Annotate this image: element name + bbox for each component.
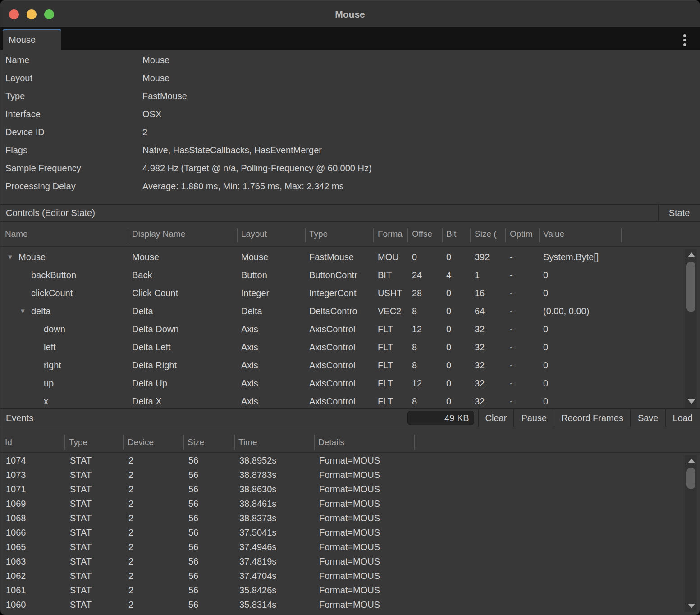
event-cell-device: 2 (123, 554, 183, 569)
event-row[interactable]: 1073STAT25638.8783sFormat=MOUS (0, 468, 682, 482)
control-cell-layout: Axis (237, 374, 305, 392)
control-cell-format: FLT (373, 356, 407, 374)
control-name-cell: left (0, 338, 128, 356)
event-row[interactable]: 1063STAT25637.4819sFormat=MOUS (0, 554, 682, 569)
controls-scrollbar[interactable] (685, 249, 697, 408)
column-header-offse[interactable]: Offse (407, 222, 442, 246)
save-button[interactable]: Save (630, 409, 665, 427)
scroll-up-icon[interactable] (688, 252, 695, 257)
control-cell-layout: Delta (237, 302, 305, 320)
scrollbar-thumb[interactable] (686, 262, 695, 312)
column-header-forma[interactable]: Forma (373, 222, 407, 246)
control-cell-layout: Axis (237, 356, 305, 374)
column-header-spacer[interactable] (621, 222, 700, 246)
event-cell-size: 56 (183, 583, 234, 597)
event-row[interactable]: 1074STAT25638.8952sFormat=MOUS (0, 453, 682, 468)
control-row[interactable]: downDelta DownAxisAxisControlFLT12032-0 (0, 320, 682, 338)
event-cell-id: 1071 (0, 482, 64, 496)
column-header-optim[interactable]: Optim (505, 222, 539, 246)
property-label: Processing Delay (5, 177, 76, 195)
control-cell-format: VEC2 (373, 302, 407, 320)
column-header-size-[interactable]: Size ( (470, 222, 505, 246)
event-cell-time: 38.8630s (234, 482, 314, 496)
event-cell-type: STAT (64, 496, 123, 511)
load-button[interactable]: Load (665, 409, 700, 427)
property-label: Type (5, 87, 25, 105)
control-cell-type: AxisControl (305, 374, 373, 392)
state-button[interactable]: State (658, 205, 700, 221)
column-header-layout[interactable]: Layout (237, 222, 305, 246)
control-cell-value: 0 (539, 356, 621, 374)
event-cell-device: 2 (123, 496, 183, 511)
foldout-arrow-icon[interactable]: ▼ (19, 302, 31, 320)
event-cell-type: STAT (64, 468, 123, 482)
clear-button[interactable]: Clear (478, 409, 514, 427)
column-header-spacer[interactable] (414, 427, 682, 452)
column-header-bit[interactable]: Bit (442, 222, 470, 246)
column-header-device[interactable]: Device (123, 427, 183, 452)
record-frames-button[interactable]: Record Frames (554, 409, 630, 427)
property-row: LayoutMouse (0, 69, 700, 87)
control-row[interactable]: clickCountClick CountIntegerIntegerContU… (0, 284, 682, 302)
scroll-down-icon[interactable] (688, 604, 695, 608)
control-cell-bit: 0 (442, 356, 470, 374)
control-row[interactable]: xDelta XAxisAxisControlFLT8032-0 (0, 392, 682, 408)
events-scrollbar[interactable] (685, 455, 697, 612)
property-row: FlagsNative, HasStateCallbacks, HasEvent… (0, 141, 700, 159)
property-row: InterfaceOSX (0, 105, 700, 123)
control-cell-value: 0 (539, 338, 621, 356)
property-value: OSX (142, 105, 161, 123)
control-row[interactable]: ▼deltaDeltaDeltaDeltaControVEC28064-(0.0… (0, 302, 682, 320)
event-cell-details: Format=MOUS (314, 468, 414, 482)
scrollbar-thumb[interactable] (686, 468, 695, 489)
event-buffer-size-field[interactable]: 49 KB (407, 411, 474, 425)
control-cell-optimized: - (505, 284, 539, 302)
control-name-label: up (44, 374, 54, 392)
event-cell-time: 37.4704s (234, 569, 314, 583)
control-cell-size: 32 (470, 392, 505, 408)
control-row[interactable]: leftDelta LeftAxisAxisControlFLT8032-0 (0, 338, 682, 356)
event-row[interactable]: 1065STAT25637.4946sFormat=MOUS (0, 540, 682, 554)
control-row[interactable]: rightDelta RightAxisAxisControlFLT8032-0 (0, 356, 682, 374)
event-row[interactable]: 1068STAT25638.8373sFormat=MOUS (0, 511, 682, 525)
control-cell-display: Delta (128, 302, 237, 320)
pause-button[interactable]: Pause (513, 409, 554, 427)
event-row[interactable]: 1066STAT25637.5041sFormat=MOUS (0, 525, 682, 540)
event-row[interactable]: 1060STAT25635.8314sFormat=MOUS (0, 597, 682, 612)
control-cell-layout: Axis (237, 338, 305, 356)
event-cell-id: 1065 (0, 540, 64, 554)
event-row[interactable]: 1062STAT25637.4704sFormat=MOUS (0, 569, 682, 583)
foldout-arrow-icon[interactable]: ▼ (7, 248, 18, 266)
scroll-down-icon[interactable] (688, 399, 695, 404)
column-header-name[interactable]: Name (0, 222, 128, 246)
event-row[interactable]: 1071STAT25638.8630sFormat=MOUS (0, 482, 682, 496)
control-row[interactable]: ▼MouseMouseMouseFastMouseMOU00392-System… (0, 248, 682, 266)
control-cell-optimized: - (505, 266, 539, 284)
column-header-display-name[interactable]: Display Name (128, 222, 237, 246)
column-header-value[interactable]: Value (539, 222, 621, 246)
column-header-time[interactable]: Time (234, 427, 314, 452)
column-header-type[interactable]: Type (64, 427, 123, 452)
event-row[interactable]: 1069STAT25638.8461sFormat=MOUS (0, 496, 682, 511)
kebab-menu-icon[interactable] (682, 33, 687, 47)
control-name-label: x (44, 392, 48, 408)
control-cell-bit: 0 (442, 374, 470, 392)
event-row[interactable]: 1061STAT25635.8426sFormat=MOUS (0, 583, 682, 597)
event-cell-details: Format=MOUS (314, 511, 414, 525)
control-cell-value: System.Byte[] (539, 248, 621, 266)
control-row[interactable]: backButtonBackButtonButtonContrBIT2441-0 (0, 266, 682, 284)
column-header-type[interactable]: Type (305, 222, 373, 246)
event-cell-details: Format=MOUS (314, 540, 414, 554)
event-cell-time: 38.8952s (234, 453, 314, 468)
column-header-size[interactable]: Size (183, 427, 234, 452)
scroll-up-icon[interactable] (688, 459, 695, 463)
column-header-details[interactable]: Details (314, 427, 414, 452)
property-label: Layout (5, 69, 32, 87)
tab-mouse[interactable]: Mouse (3, 29, 61, 50)
event-cell-type: STAT (64, 525, 123, 540)
control-cell-offset: 8 (407, 392, 442, 408)
control-row[interactable]: upDelta UpAxisAxisControlFLT12032-0 (0, 374, 682, 392)
titlebar[interactable]: Mouse (0, 0, 700, 26)
events-section-title: Events (6, 409, 33, 427)
column-header-id[interactable]: Id (0, 427, 64, 452)
